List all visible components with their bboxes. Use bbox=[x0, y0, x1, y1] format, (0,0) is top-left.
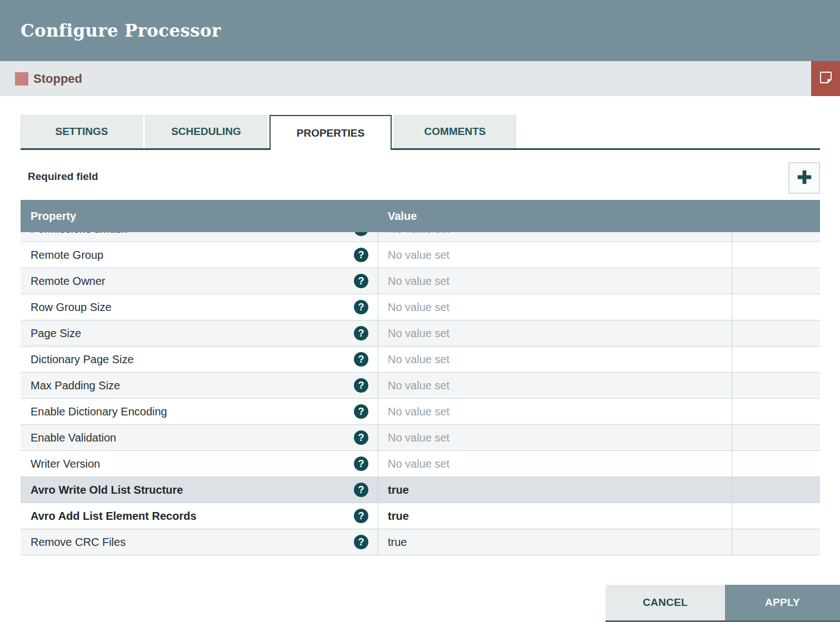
property-name-label: Dictionary Page Size bbox=[31, 353, 354, 366]
property-row[interactable]: Avro Write Old List Structure ? true bbox=[21, 477, 820, 503]
property-name-cell: Enable Validation ? bbox=[21, 425, 378, 450]
tab-bar: SETTINGS SCHEDULING PROPERTIES COMMENTS bbox=[21, 115, 820, 150]
property-row[interactable]: Remote Owner ? No value set bbox=[21, 268, 820, 294]
property-row[interactable]: Max Padding Size ? No value set bbox=[21, 373, 820, 399]
property-value-cell[interactable]: No value set bbox=[378, 294, 732, 320]
property-actions-cell bbox=[732, 373, 820, 398]
property-value-label: No value set bbox=[388, 232, 449, 235]
dialog-title: Configure Processor bbox=[21, 21, 221, 41]
help-icon[interactable]: ? bbox=[354, 300, 368, 314]
property-name-label: Enable Dictionary Encoding bbox=[31, 405, 354, 418]
property-name-cell: Permissions umask ? bbox=[21, 232, 378, 242]
dialog-footer: CANCEL APPLY bbox=[606, 585, 840, 622]
property-name-cell: Remove CRC Files ? bbox=[21, 529, 378, 555]
property-name-label: Page Size bbox=[31, 327, 354, 340]
property-value-cell[interactable]: true bbox=[378, 477, 732, 503]
table-scroll-viewport[interactable]: Permissions umask ? No value set Remote … bbox=[21, 232, 820, 563]
property-value-label: No value set bbox=[388, 275, 449, 288]
property-name-cell: Dictionary Page Size ? bbox=[21, 347, 378, 372]
required-field-label: Required field bbox=[28, 170, 98, 183]
property-name-label: Max Padding Size bbox=[31, 379, 354, 392]
table-header-row: Property Value bbox=[21, 200, 820, 232]
note-icon bbox=[818, 70, 833, 87]
property-value-cell[interactable]: No value set bbox=[378, 425, 732, 450]
help-icon[interactable]: ? bbox=[354, 352, 368, 367]
tab-comments[interactable]: COMMENTS bbox=[394, 115, 516, 148]
add-property-button[interactable] bbox=[788, 162, 820, 194]
stopped-status-icon bbox=[15, 72, 28, 86]
column-header-property: Property bbox=[21, 210, 378, 223]
property-name-label: Avro Write Old List Structure bbox=[31, 484, 354, 496]
property-value-label: No value set bbox=[388, 353, 449, 366]
property-row[interactable]: Dictionary Page Size ? No value set bbox=[21, 347, 820, 373]
cancel-button[interactable]: CANCEL bbox=[606, 585, 725, 620]
help-icon[interactable]: ? bbox=[354, 404, 368, 419]
help-icon[interactable]: ? bbox=[354, 274, 368, 288]
property-value-cell[interactable]: No value set bbox=[378, 373, 732, 398]
help-icon[interactable]: ? bbox=[354, 232, 368, 236]
property-row[interactable]: Row Group Size ? No value set bbox=[21, 294, 820, 320]
property-value-label: true bbox=[388, 484, 409, 496]
property-actions-cell bbox=[732, 320, 820, 346]
property-value-cell[interactable]: No value set bbox=[378, 320, 732, 346]
property-name-cell: Remote Owner ? bbox=[21, 268, 378, 294]
property-name-label: Avro Add List Element Records bbox=[31, 510, 354, 523]
property-row[interactable]: Enable Dictionary Encoding ? No value se… bbox=[21, 399, 820, 425]
property-actions-cell bbox=[732, 425, 820, 450]
property-name-cell: Page Size ? bbox=[21, 320, 378, 346]
processor-comments-button[interactable] bbox=[811, 61, 840, 96]
property-value-cell[interactable]: true bbox=[378, 529, 732, 555]
property-value-cell[interactable]: No value set bbox=[378, 268, 732, 294]
help-icon[interactable]: ? bbox=[354, 248, 368, 262]
property-actions-cell bbox=[732, 477, 820, 503]
property-value-cell[interactable]: No value set bbox=[378, 451, 732, 476]
property-value-cell[interactable]: No value set bbox=[378, 399, 732, 424]
column-header-value: Value bbox=[378, 210, 732, 223]
property-name-cell: Avro Write Old List Structure ? bbox=[21, 477, 378, 503]
property-row[interactable]: Enable Validation ? No value set bbox=[21, 425, 820, 451]
apply-button[interactable]: APPLY bbox=[725, 585, 840, 620]
help-icon[interactable]: ? bbox=[354, 509, 368, 523]
property-value-cell[interactable]: true bbox=[378, 503, 732, 529]
tab-settings[interactable]: SETTINGS bbox=[21, 115, 143, 148]
property-value-label: No value set bbox=[388, 458, 449, 470]
property-name-cell: Remote Group ? bbox=[21, 242, 378, 268]
property-name-cell: Enable Dictionary Encoding ? bbox=[21, 399, 378, 424]
property-value-label: No value set bbox=[388, 432, 449, 444]
property-value-label: No value set bbox=[388, 379, 449, 392]
help-icon[interactable]: ? bbox=[354, 378, 368, 393]
property-name-label: Row Group Size bbox=[31, 301, 354, 314]
tab-scheduling[interactable]: SCHEDULING bbox=[145, 115, 267, 148]
property-row[interactable]: Page Size ? No value set bbox=[21, 320, 820, 347]
property-actions-cell bbox=[732, 232, 820, 242]
property-value-cell[interactable]: No value set bbox=[378, 347, 732, 372]
property-actions-cell bbox=[732, 451, 820, 476]
property-name-label: Permissions umask bbox=[31, 232, 354, 235]
property-row[interactable]: Remove CRC Files ? true bbox=[21, 529, 820, 555]
property-name-cell: Row Group Size ? bbox=[21, 294, 378, 320]
property-value-cell[interactable]: No value set bbox=[378, 232, 732, 242]
property-row[interactable]: Writer Version ? No value set bbox=[21, 451, 820, 477]
help-icon[interactable]: ? bbox=[354, 535, 368, 549]
property-actions-cell bbox=[732, 399, 820, 424]
tab-properties[interactable]: PROPERTIES bbox=[269, 115, 392, 150]
property-name-cell: Max Padding Size ? bbox=[21, 373, 378, 398]
property-actions-cell bbox=[732, 347, 820, 372]
plus-icon bbox=[795, 168, 814, 189]
property-name-label: Writer Version bbox=[31, 458, 354, 470]
property-actions-cell bbox=[732, 294, 820, 320]
property-value-label: No value set bbox=[388, 405, 449, 418]
property-value-label: true bbox=[388, 536, 407, 549]
property-value-cell[interactable]: No value set bbox=[378, 242, 732, 268]
help-icon[interactable]: ? bbox=[354, 430, 368, 445]
property-row[interactable]: Permissions umask ? No value set bbox=[21, 232, 820, 242]
property-value-label: No value set bbox=[388, 301, 449, 314]
property-row[interactable]: Avro Add List Element Records ? true bbox=[21, 503, 820, 529]
property-value-label: No value set bbox=[388, 249, 449, 262]
property-name-label: Enable Validation bbox=[31, 432, 354, 444]
help-icon[interactable]: ? bbox=[354, 326, 368, 340]
help-icon[interactable]: ? bbox=[354, 457, 368, 471]
property-row[interactable]: Remote Group ? No value set bbox=[21, 242, 820, 268]
property-name-label: Remote Group bbox=[31, 249, 354, 262]
help-icon[interactable]: ? bbox=[354, 483, 368, 497]
